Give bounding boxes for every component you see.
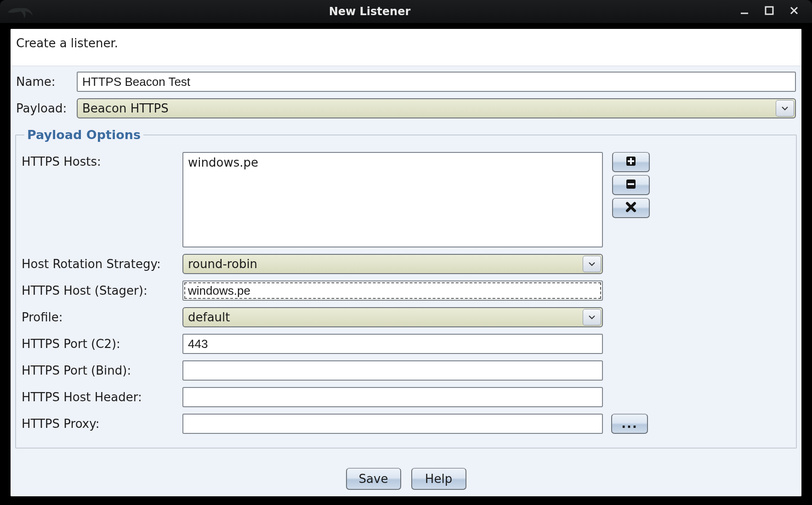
host-rotation-label: Host Rotation Strategy:	[22, 257, 182, 271]
remove-host-button[interactable]	[612, 175, 650, 195]
https-hosts-list[interactable]: windows.pe	[182, 152, 603, 247]
port-c2-label: HTTPS Port (C2):	[22, 337, 182, 351]
svg-rect-5	[628, 183, 634, 185]
host-header-input[interactable]	[182, 387, 603, 407]
port-bind-label: HTTPS Port (Bind):	[22, 364, 182, 377]
svg-rect-3	[628, 160, 634, 162]
payload-combo[interactable]: Beacon HTTPS	[77, 98, 796, 118]
host-rotation-value: round-robin	[188, 257, 257, 271]
chevron-down-icon	[776, 100, 794, 117]
chevron-down-icon	[583, 309, 601, 325]
dialog-footer: Save Help	[11, 468, 801, 490]
port-c2-input[interactable]	[182, 334, 603, 354]
kali-logo-icon	[5, 0, 37, 23]
host-rotation-combo[interactable]: round-robin	[182, 254, 603, 274]
help-button[interactable]: Help	[411, 468, 466, 490]
port-bind-input[interactable]	[182, 360, 603, 381]
https-hosts-label: HTTPS Hosts:	[22, 152, 182, 168]
dialog-header: Create a listener.	[11, 29, 801, 66]
svg-rect-0	[766, 7, 773, 14]
name-label: Name:	[16, 75, 77, 89]
host-header-label: HTTPS Host Header:	[22, 390, 182, 404]
minimize-icon[interactable]	[739, 6, 750, 17]
host-stager-label: HTTPS Host (Stager):	[22, 284, 182, 297]
titlebar: New Listener	[0, 0, 812, 23]
window-title: New Listener	[0, 5, 739, 18]
save-button[interactable]: Save	[346, 468, 401, 490]
proxy-input[interactable]	[182, 414, 603, 434]
host-stager-input[interactable]	[182, 281, 603, 301]
clear-hosts-button[interactable]	[612, 198, 650, 218]
add-host-button[interactable]	[612, 152, 650, 172]
x-icon	[625, 202, 636, 214]
name-input[interactable]	[77, 72, 796, 92]
https-hosts-item: windows.pe	[188, 156, 258, 169]
client-area: Create a listener. Name: Payload: Beacon…	[10, 28, 802, 497]
profile-label: Profile:	[22, 310, 182, 324]
close-icon[interactable]	[789, 6, 799, 17]
maximize-icon[interactable]	[764, 6, 774, 17]
plus-icon	[625, 156, 636, 168]
proxy-browse-button[interactable]: ...	[611, 414, 648, 434]
payload-options-legend: Payload Options	[24, 128, 143, 142]
window-frame: New Listener Create a listener. Name: Pa…	[0, 0, 812, 505]
payload-options-group: Payload Options HTTPS Hosts: windows.pe	[15, 128, 797, 449]
chevron-down-icon	[583, 256, 601, 272]
profile-value: default	[188, 310, 230, 324]
payload-label: Payload:	[16, 101, 77, 115]
proxy-label: HTTPS Proxy:	[22, 417, 182, 431]
profile-combo[interactable]: default	[182, 307, 603, 327]
payload-combo-value: Beacon HTTPS	[82, 101, 169, 115]
minus-icon	[625, 179, 636, 191]
